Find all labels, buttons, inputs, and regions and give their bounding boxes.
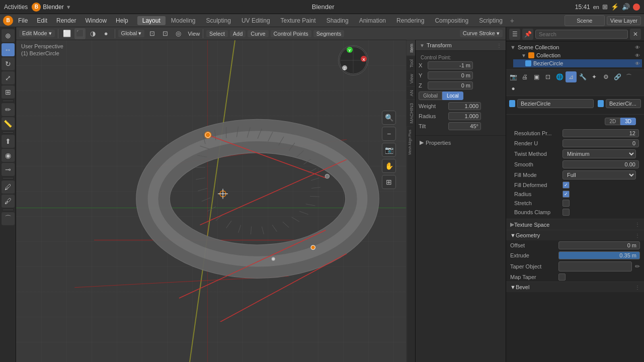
- blender-icon[interactable]: B: [3, 16, 13, 26]
- bevel-header[interactable]: ▼ Bevel ⋮: [506, 282, 644, 292]
- gizmo-circle[interactable]: X Y Z: [338, 45, 368, 75]
- mesh-align-tab[interactable]: Mesh Align Plus: [407, 126, 416, 362]
- texture-space-dots[interactable]: ⋮: [635, 222, 640, 227]
- engine-selector[interactable]: Scene: [565, 15, 605, 26]
- stretch-checkbox[interactable]: [562, 200, 570, 207]
- measure-tool[interactable]: 📏: [2, 117, 15, 130]
- world-props-icon[interactable]: 🌐: [554, 71, 565, 82]
- props-pin-btn[interactable]: 📌: [522, 29, 533, 40]
- viewport-shading-material[interactable]: ◑: [88, 28, 99, 39]
- global-toggle[interactable]: Global: [419, 92, 442, 100]
- bounds-clamp-checkbox[interactable]: [562, 209, 570, 216]
- extrude-input[interactable]: [558, 251, 640, 259]
- menu-edit[interactable]: Edit: [33, 16, 51, 25]
- pivot-point[interactable]: ⊡: [146, 28, 157, 39]
- tilt-input[interactable]: [448, 122, 481, 130]
- geometry-dots[interactable]: ⋮: [635, 233, 640, 238]
- x-input[interactable]: [428, 61, 473, 69]
- local-toggle[interactable]: Local: [442, 92, 463, 100]
- ws-compositing[interactable]: Compositing: [430, 16, 473, 25]
- close-button[interactable]: [633, 4, 640, 11]
- viewport-canvas[interactable]: User Perspective (1) BezierCircle: [16, 40, 406, 362]
- n-tab-tool[interactable]: Tool: [407, 56, 415, 71]
- header-view[interactable]: View: [188, 30, 200, 37]
- props-filter-btn[interactable]: ☰: [509, 29, 520, 40]
- constraints-props-icon[interactable]: 🔗: [612, 71, 623, 82]
- menu-help[interactable]: Help: [112, 16, 132, 25]
- zoom-out-btn[interactable]: −: [382, 127, 396, 141]
- 3d-cursor[interactable]: [217, 188, 229, 202]
- collection-eye[interactable]: 👁: [635, 53, 640, 58]
- viewport-shading-solid[interactable]: ⬛: [74, 28, 86, 39]
- object-name-input[interactable]: [517, 99, 594, 108]
- radius-checkbox[interactable]: [562, 191, 570, 198]
- 3d-btn[interactable]: 3D: [620, 118, 636, 125]
- scale-tool[interactable]: ⤢: [2, 71, 15, 84]
- ws-sculpting[interactable]: Sculpting: [201, 16, 236, 25]
- modifier-props-icon[interactable]: 🔧: [577, 71, 588, 82]
- ws-shading[interactable]: Shading: [321, 16, 354, 25]
- view-layer-props-icon[interactable]: ▣: [531, 71, 542, 82]
- y-input[interactable]: [428, 71, 473, 79]
- transform-orientation[interactable]: Global ▾: [118, 30, 145, 37]
- header-control-points[interactable]: Control Points: [271, 30, 311, 37]
- object-data-name-input[interactable]: [606, 99, 641, 108]
- 2d-btn[interactable]: 2D: [605, 118, 620, 125]
- scene-props-icon[interactable]: ⊡: [542, 71, 553, 82]
- bevel-dots[interactable]: ⋮: [635, 285, 640, 290]
- rotate-tool[interactable]: ↻: [2, 57, 15, 70]
- zoom-in-btn[interactable]: 🔍: [382, 111, 396, 125]
- fill-deformed-checkbox[interactable]: [562, 182, 570, 189]
- header-segments[interactable]: Segments: [313, 30, 345, 37]
- view-layer-selector[interactable]: View Layer: [607, 16, 641, 25]
- extrude-tool[interactable]: ⬆: [2, 135, 15, 148]
- radius-input[interactable]: [448, 112, 481, 120]
- annotate-tool[interactable]: ✏: [2, 103, 15, 116]
- menu-render[interactable]: Render: [52, 16, 80, 25]
- geometry-header[interactable]: ▼ Geometry ⋮: [506, 230, 644, 240]
- stroke-selector[interactable]: Curve Stroke ▾: [460, 30, 503, 37]
- move-tool[interactable]: ↔: [2, 43, 15, 56]
- pen-tool[interactable]: 🖋: [2, 195, 15, 208]
- props-close-btn[interactable]: ✕: [630, 29, 641, 40]
- curve-path-tool[interactable]: ⌒: [2, 212, 15, 225]
- props-search-input[interactable]: [535, 30, 628, 39]
- n-tab-item[interactable]: Item: [407, 40, 415, 56]
- radius-tool[interactable]: ◉: [2, 149, 15, 162]
- n-tab-machin3[interactable]: MACHIN3: [407, 100, 415, 127]
- proportional-edit[interactable]: ◎: [173, 28, 184, 39]
- header-add[interactable]: Add: [230, 30, 246, 37]
- taper-object-selector[interactable]: [558, 261, 632, 272]
- output-props-icon[interactable]: 🖨: [519, 71, 530, 82]
- ws-layout[interactable]: Layout: [137, 16, 166, 25]
- transform-panel-header[interactable]: ▼ Transform ⋮: [416, 40, 506, 51]
- menu-window[interactable]: Window: [81, 16, 111, 25]
- view-hand-btn[interactable]: ✋: [382, 159, 396, 173]
- properties-header[interactable]: ▶ Properties: [419, 138, 503, 147]
- menu-file[interactable]: File: [14, 16, 32, 25]
- viewport-shading-wire[interactable]: ⬜: [61, 28, 72, 39]
- draw-tool[interactable]: 🖊: [2, 180, 15, 194]
- beziercircle-eye[interactable]: 👁: [635, 61, 640, 66]
- taper-pencil-icon[interactable]: ✏: [635, 263, 640, 270]
- view-camera-btn[interactable]: 📷: [382, 143, 396, 157]
- render-u-input[interactable]: [562, 139, 639, 147]
- offset-input[interactable]: [558, 241, 640, 249]
- ws-uv-editing[interactable]: UV Editing: [236, 16, 275, 25]
- transform-panel-options[interactable]: ⋮: [497, 43, 502, 48]
- weight-input[interactable]: [448, 102, 481, 110]
- cursor-tool[interactable]: ⊕: [2, 29, 15, 42]
- object-props-icon[interactable]: ⊿: [566, 71, 577, 82]
- texture-space-header[interactable]: ▶ Texture Space ⋮: [506, 219, 644, 230]
- mode-selector[interactable]: Edit Mode ▾: [19, 30, 55, 37]
- fill-mode-select[interactable]: Full Half Front Back: [562, 170, 636, 179]
- viewport-shading-render[interactable]: ●: [101, 28, 112, 39]
- mesh-align-plus-tab[interactable]: Mesh Align Plus: [407, 126, 413, 158]
- n-tab-view[interactable]: View: [407, 70, 415, 86]
- tilt-tool[interactable]: ⊸: [2, 163, 15, 176]
- ws-texture-paint[interactable]: Texture Paint: [276, 16, 321, 25]
- map-taper-checkbox[interactable]: [558, 274, 566, 281]
- scene-collection-eye[interactable]: 👁: [635, 45, 640, 50]
- physics-props-icon[interactable]: ⚙: [600, 71, 611, 82]
- language[interactable]: en: [593, 4, 599, 10]
